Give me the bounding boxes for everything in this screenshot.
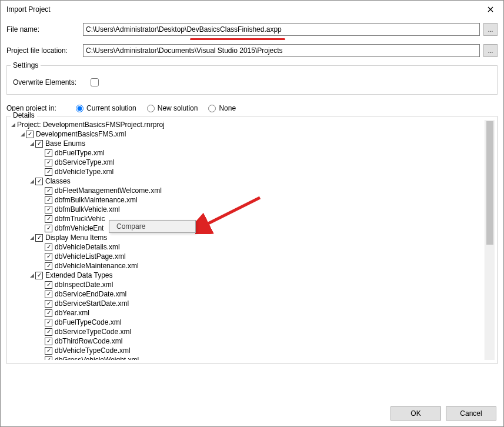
tree-row[interactable]: ◢Project: DevelopmentBasicsFMSProject.rn… xyxy=(9,120,485,129)
tree-checkbox[interactable] xyxy=(45,243,52,251)
tree-row[interactable]: ◢dbGrossVehicleWeight.xml xyxy=(9,355,485,360)
tree-checkbox[interactable] xyxy=(45,328,52,336)
tree-checkbox[interactable] xyxy=(45,206,52,214)
open-project-in-row: Open project in: Current solution New so… xyxy=(6,104,498,112)
tree-row[interactable]: ◢Display Menu Items xyxy=(9,233,485,242)
tree-row[interactable]: ◢dbInspectDate.xml xyxy=(9,280,485,289)
dialog-footer: OK Cancel xyxy=(1,402,503,426)
tree-twisty-expanded[interactable]: ◢ xyxy=(9,120,16,129)
cancel-button[interactable]: Cancel xyxy=(446,406,496,421)
context-menu: Compare xyxy=(109,220,196,233)
scroll-thumb[interactable] xyxy=(486,121,493,245)
tree-row[interactable]: ◢dbFuelType.xml xyxy=(9,148,485,158)
tree-row[interactable]: ◢Base Enums xyxy=(9,139,485,148)
tree-checkbox[interactable] xyxy=(35,272,43,279)
file-name-input[interactable] xyxy=(83,23,480,36)
file-name-label: File name: xyxy=(6,25,83,34)
tree-checkbox[interactable] xyxy=(45,262,52,270)
tree-row[interactable]: ◢dbVehicleTypeCode.xml xyxy=(9,346,485,355)
tree-row[interactable]: ◢dbServiceType.xml xyxy=(9,158,485,167)
radio-current-input[interactable] xyxy=(76,105,84,112)
radio-new-solution[interactable]: New solution xyxy=(147,104,198,112)
tree-row[interactable]: ◢dbfmTruckVehic xyxy=(9,214,485,223)
tree-checkbox[interactable] xyxy=(45,225,52,232)
radio-none[interactable]: None xyxy=(208,104,236,112)
tree-checkbox[interactable] xyxy=(35,234,43,242)
project-location-label: Project file location: xyxy=(6,46,83,55)
tree-label: dbServiceType.xml xyxy=(54,158,114,167)
ok-button[interactable]: OK xyxy=(390,406,441,421)
tree-label: Display Menu Items xyxy=(45,233,107,242)
tree-checkbox[interactable] xyxy=(45,338,52,345)
tree-label: dbServiceTypeCode.xml xyxy=(54,327,131,336)
tree-label: dbServiceEndDate.xml xyxy=(54,289,126,299)
tree-checkbox[interactable] xyxy=(45,196,52,204)
tree-twisty-expanded[interactable]: ◢ xyxy=(28,139,35,148)
tree-row[interactable]: ◢dbFuelTypeCode.xml xyxy=(9,318,485,327)
tree-row[interactable]: ◢dbServiceStartDate.xml xyxy=(9,299,485,308)
tree-checkbox[interactable] xyxy=(45,149,52,157)
tree-label: Extended Data Types xyxy=(45,271,113,280)
tree-checkbox[interactable] xyxy=(45,159,52,166)
tree[interactable]: ◢Project: DevelopmentBasicsFMSProject.rn… xyxy=(9,120,485,360)
annotation-underline xyxy=(190,38,285,40)
tree-row[interactable]: ◢Classes xyxy=(9,176,485,186)
tree-checkbox[interactable] xyxy=(45,253,52,261)
project-location-browse-button[interactable]: ... xyxy=(483,44,498,57)
tree-label: dbInspectDate.xml xyxy=(54,280,113,289)
settings-group: Settings Overwrite Elements: xyxy=(6,65,498,95)
tree-row[interactable]: ◢dbVehicleType.xml xyxy=(9,167,485,176)
radio-new-input[interactable] xyxy=(147,105,155,112)
tree-row[interactable]: ◢dbYear.xml xyxy=(9,308,485,318)
tree-checkbox[interactable] xyxy=(45,347,52,355)
project-location-row: Project file location: ... xyxy=(6,44,498,57)
tree-twisty-expanded[interactable]: ◢ xyxy=(28,176,35,186)
titlebar: Import Project xyxy=(1,1,503,18)
tree-checkbox[interactable] xyxy=(45,281,52,289)
import-project-dialog: Import Project File name: ... Project fi… xyxy=(0,0,504,427)
context-item-compare[interactable]: Compare xyxy=(109,221,195,232)
tree-row[interactable]: ◢dbServiceTypeCode.xml xyxy=(9,327,485,336)
tree-checkbox[interactable] xyxy=(35,140,43,148)
radio-none-input[interactable] xyxy=(208,105,216,112)
radio-none-label: None xyxy=(219,104,236,112)
project-location-input[interactable] xyxy=(83,44,480,57)
tree-label: dbServiceStartDate.xml xyxy=(54,299,129,308)
tree-row[interactable]: ◢dbfmBulkMaintenance.xml xyxy=(9,195,485,205)
tree-label: dbVehicleListPage.xml xyxy=(54,252,126,261)
tree-twisty-expanded[interactable]: ◢ xyxy=(28,271,35,280)
tree-checkbox[interactable] xyxy=(45,291,52,298)
tree-row[interactable]: ◢dbVehicleDetails.xml xyxy=(9,242,485,252)
file-name-browse-button[interactable]: ... xyxy=(483,23,498,36)
tree-container: ◢Project: DevelopmentBasicsFMSProject.rn… xyxy=(7,116,497,363)
tree-checkbox[interactable] xyxy=(45,319,52,326)
tree-label: dbYear.xml xyxy=(54,308,89,318)
tree-row[interactable]: ◢Extended Data Types xyxy=(9,271,485,280)
tree-row[interactable]: ◢dbfmVehicleEnt xyxy=(9,223,485,233)
radio-new-label: New solution xyxy=(158,104,198,112)
tree-checkbox[interactable] xyxy=(45,356,52,361)
tree-row[interactable]: ◢dbVehicleMaintenance.xml xyxy=(9,261,485,271)
tree-row[interactable]: ◢dbVehicleListPage.xml xyxy=(9,252,485,261)
radio-current-solution[interactable]: Current solution xyxy=(76,104,136,112)
tree-checkbox[interactable] xyxy=(45,300,52,308)
tree-checkbox[interactable] xyxy=(45,215,52,223)
close-button[interactable] xyxy=(477,1,503,18)
vertical-scrollbar[interactable] xyxy=(485,120,495,360)
tree-row[interactable]: ◢dbThirdRowCode.xml xyxy=(9,336,485,346)
overwrite-checkbox[interactable] xyxy=(91,78,99,86)
form-area: File name: ... Project file location: ..… xyxy=(1,18,503,369)
tree-checkbox[interactable] xyxy=(35,178,43,185)
tree-twisty-expanded[interactable]: ◢ xyxy=(28,233,35,242)
tree-checkbox[interactable] xyxy=(45,309,52,317)
tree-row[interactable]: ◢DevelopmentBasicsFMS.xml xyxy=(9,129,485,139)
tree-twisty-expanded[interactable]: ◢ xyxy=(19,129,26,139)
tree-checkbox[interactable] xyxy=(45,168,52,176)
tree-row[interactable]: ◢dbfmBulkVehicle.xml xyxy=(9,205,485,214)
tree-checkbox[interactable] xyxy=(26,131,34,138)
tree-row[interactable]: ◢dbFleetManagementWelcome.xml xyxy=(9,186,485,195)
tree-checkbox[interactable] xyxy=(45,187,52,195)
tree-label: dbGrossVehicleWeight.xml xyxy=(54,355,139,360)
tree-row[interactable]: ◢dbServiceEndDate.xml xyxy=(9,289,485,299)
settings-legend: Settings xyxy=(11,61,41,69)
